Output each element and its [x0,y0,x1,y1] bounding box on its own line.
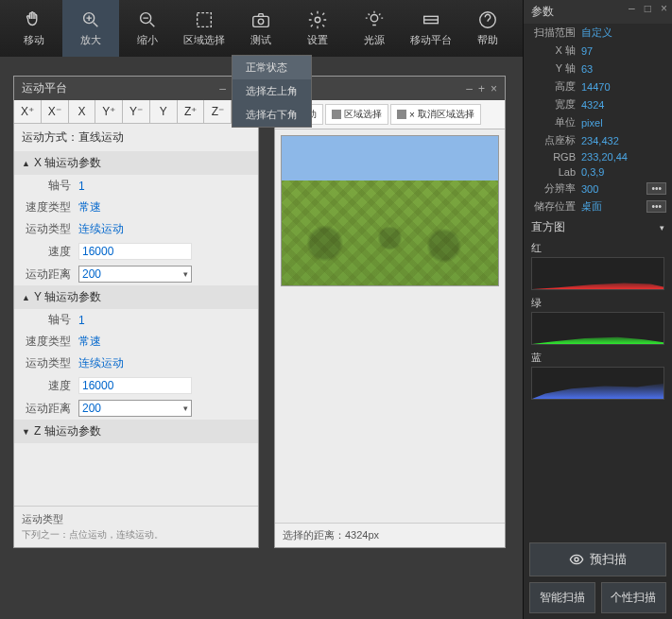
x-section-header[interactable]: ▲X 轴运动参数 [14,151,258,175]
svg-rect-3 [253,16,269,26]
more-button[interactable]: ••• [646,200,666,213]
param-key: Lab [529,166,581,178]
tool-label: 测试 [250,33,271,47]
histogram-blue [531,367,664,400]
axis-btn-x-plus[interactable]: X⁺ [14,100,42,123]
param-value: pixel [581,117,603,129]
help-icon [477,9,498,30]
x-axis-row: 轴号1 [14,175,258,197]
param-key: 扫描范围 [529,26,581,40]
param-key: 点座标 [529,133,581,147]
param-value: 233,20,44 [581,151,628,163]
minimize-button[interactable]: – [629,2,635,15]
param-key: 分辨率 [529,181,581,196]
axis-btn-y[interactable]: Y [150,100,178,123]
value-text: 连续运动 [78,355,124,371]
tool-settings[interactable]: 设置 [289,0,346,57]
param-value: 300 [581,183,598,195]
motion-mode-label: 运动方式：直线运动 [14,124,258,151]
y-axis-row: 运动距离200 [14,397,258,420]
panel-close-icon[interactable]: × [491,82,497,95]
collapse-icon: ▲ [22,293,30,302]
axis-btn-y-plus[interactable]: Y⁺ [95,100,123,123]
tool-label: 设置 [307,33,328,47]
dropdown-item[interactable]: 选择左上角 [233,79,311,103]
region-dropdown: 正常状态 选择左上角 选择右下角 [232,55,312,128]
field-label: 速度类型 [22,334,78,350]
tool-label: 光源 [364,33,385,47]
param-key: 单位 [529,115,581,129]
right-sidebar: 参数 扫描范围自定义X 轴97Y 轴63高度14470宽度4324单位pixel… [523,0,672,619]
value-text: 1 [78,314,85,327]
histogram-red [531,257,664,290]
tool-select-region[interactable]: 区域选择 [176,0,233,57]
field-label: 运动距离 [22,267,78,283]
histogram-header[interactable]: 直方图 ▾ [524,215,672,239]
param-value: 0,3,9 [581,166,604,178]
scan-buttons: 预扫描 智能扫描 个性扫描 [524,537,672,619]
dropdown-item[interactable]: 正常状态 [233,56,311,79]
zoom-out-icon [137,9,158,30]
field-label: 速度类型 [22,199,78,215]
param-row: RGB233,20,44 [524,149,672,164]
x-axis-row: 速度 [14,240,258,263]
tool-zoom-in[interactable]: 放大 [62,0,119,57]
value-text: 连续运动 [78,221,124,237]
param-row: Y 轴63 [524,60,672,77]
expand-icon: ▼ [22,427,30,437]
value-dropdown[interactable]: 200 [78,400,192,417]
collapse-icon: ▾ [660,223,664,232]
y-section-header[interactable]: ▲Y 轴运动参数 [14,285,258,309]
tool-platform[interactable]: 移动平台 [403,0,459,57]
svg-rect-2 [198,13,212,27]
hist-label-red: 红 [524,239,672,257]
tool-help[interactable]: 帮助 [459,0,516,57]
zoom-in-icon [80,9,101,30]
axis-btn-x[interactable]: X [69,100,96,123]
panel-min-icon[interactable]: – [219,82,226,95]
value-input[interactable] [78,243,192,260]
field-label: 运动距离 [22,401,78,417]
y-axis-row: 速度类型常速 [14,331,258,352]
value-dropdown[interactable]: 200 [78,266,192,283]
close-button[interactable]: × [661,2,667,15]
tool-move[interactable]: 移动 [6,0,62,57]
axis-btn-z-plus[interactable]: Z⁺ [178,100,205,123]
window-controls: – □ × [629,2,667,15]
z-section-header[interactable]: ▼Z 轴运动参数 [14,420,258,443]
tool-light[interactable]: 光源 [346,0,403,57]
axis-btn-y-minus[interactable]: Y⁻ [123,100,150,123]
tool-zoom-out[interactable]: 缩小 [119,0,176,57]
tool-label: 移动 [24,33,44,47]
x-axis-row: 运动距离200 [14,263,258,285]
preview-tool-select[interactable]: 区域选择 [325,104,388,125]
field-label: 速度 [22,244,78,260]
param-value: 自定义 [581,26,612,40]
smart-scan-button[interactable]: 智能扫描 [529,582,595,613]
panel-min-icon[interactable]: – [466,82,473,95]
custom-scan-button[interactable]: 个性扫描 [601,582,667,613]
selection-icon [194,9,215,30]
dropdown-item[interactable]: 选择右下角 [233,103,311,127]
value-text: 1 [78,180,85,193]
lightbulb-icon [364,9,385,30]
axis-btn-z-minus[interactable]: Z⁻ [204,100,232,123]
param-key: 储存位置 [529,199,581,214]
svg-point-5 [315,17,320,23]
panel-add-icon[interactable]: + [478,82,485,95]
y-axis-row: 速度 [14,374,258,397]
prescan-button[interactable]: 预扫描 [529,542,666,576]
maximize-button[interactable]: □ [645,2,651,15]
param-row: 高度14470 [524,77,672,95]
value-input[interactable] [78,377,192,394]
param-key: X 轴 [529,43,581,58]
preview-image[interactable] [281,135,499,286]
more-button[interactable]: ••• [646,182,666,195]
preview-tool-cancel[interactable]: × 取消区域选择 [390,104,481,125]
tool-test[interactable]: 测试 [233,0,289,57]
preview-panel: 预览 – + × 移动 区域选择 × 取消区域选择 选择的距离：4324px [274,76,506,548]
param-value: 桌面 [581,199,602,214]
axis-btn-x-minus[interactable]: X⁻ [42,100,69,123]
tool-label: 缩小 [137,33,158,47]
param-key: 宽度 [529,97,581,112]
